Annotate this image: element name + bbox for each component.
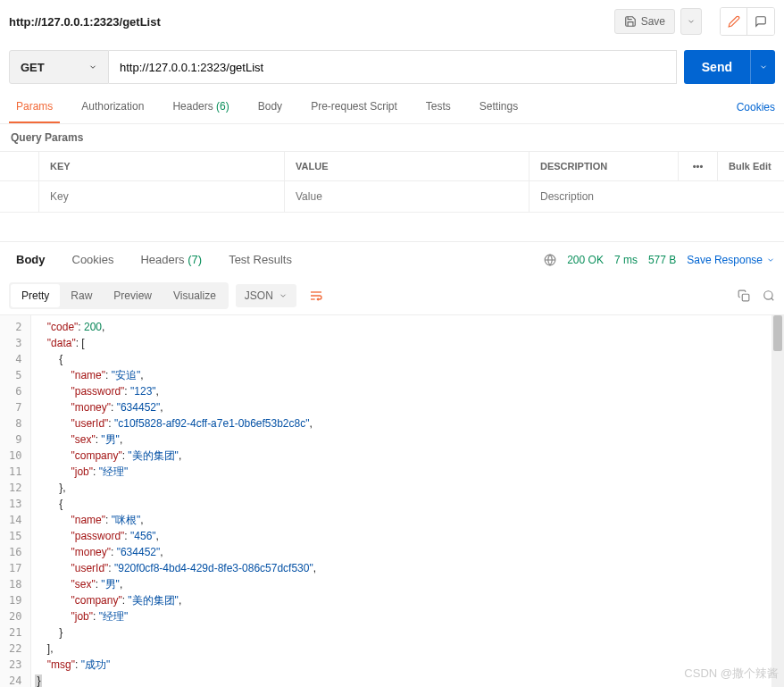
tab-headers-label: Headers bbox=[172, 100, 213, 113]
wrap-icon bbox=[309, 289, 323, 303]
pill-raw[interactable]: Raw bbox=[60, 284, 103, 307]
col-key: KEY bbox=[39, 152, 285, 180]
chevron-down-icon bbox=[88, 63, 97, 71]
edit-button[interactable] bbox=[721, 8, 747, 35]
tab-params[interactable]: Params bbox=[9, 91, 60, 123]
method-select[interactable]: GET bbox=[9, 50, 109, 84]
response-tab-test-results[interactable]: Test Results bbox=[221, 247, 299, 272]
wrap-toggle[interactable] bbox=[304, 283, 329, 308]
pill-visualize[interactable]: Visualize bbox=[163, 284, 227, 307]
response-size: 577 B bbox=[648, 254, 676, 266]
code-content[interactable]: "code": 200, "data": [ { "name": "安追", "… bbox=[31, 315, 784, 687]
headers-count: (6) bbox=[216, 100, 229, 113]
key-input[interactable] bbox=[50, 190, 273, 203]
row-check bbox=[0, 181, 39, 212]
status-code: 200 OK bbox=[567, 254, 604, 266]
send-button[interactable]: Send bbox=[684, 50, 750, 84]
svg-line-6 bbox=[771, 298, 774, 301]
value-input[interactable] bbox=[296, 190, 518, 203]
save-button[interactable]: Save bbox=[614, 9, 675, 34]
tab-headers[interactable]: Headers (6) bbox=[165, 91, 236, 123]
send-dropdown[interactable] bbox=[750, 50, 775, 84]
method-label: GET bbox=[21, 61, 88, 74]
svg-point-5 bbox=[764, 291, 772, 299]
view-mode-pills: Pretty Raw Preview Visualize bbox=[9, 282, 229, 309]
chevron-down-icon bbox=[279, 291, 288, 300]
comment-button[interactable] bbox=[747, 8, 774, 35]
response-time: 7 ms bbox=[614, 254, 638, 266]
chevron-down-icon bbox=[766, 256, 775, 264]
tab-tests[interactable]: Tests bbox=[419, 91, 458, 123]
tab-body[interactable]: Body bbox=[251, 91, 289, 123]
response-body[interactable]: 23456789101112131415161718192021222324 "… bbox=[0, 315, 784, 687]
bulk-edit-link[interactable]: Bulk Edit bbox=[718, 152, 784, 180]
col-check bbox=[0, 152, 39, 180]
table-options[interactable]: ••• bbox=[679, 152, 718, 180]
copy-button[interactable] bbox=[738, 289, 750, 302]
response-tab-cookies[interactable]: Cookies bbox=[65, 247, 121, 272]
url-input[interactable] bbox=[109, 50, 677, 84]
description-input[interactable] bbox=[540, 190, 668, 203]
params-table: KEY VALUE DESCRIPTION ••• Bulk Edit bbox=[0, 151, 784, 213]
col-description: DESCRIPTION bbox=[530, 152, 679, 180]
pencil-icon bbox=[728, 15, 740, 28]
request-tabs: Params Authorization Headers (6) Body Pr… bbox=[0, 91, 784, 124]
globe-icon[interactable] bbox=[544, 254, 556, 266]
chevron-down-icon bbox=[687, 17, 696, 26]
scrollbar[interactable] bbox=[771, 315, 784, 687]
col-value: VALUE bbox=[285, 152, 530, 180]
response-tab-body[interactable]: Body bbox=[9, 247, 53, 272]
chevron-down-icon bbox=[759, 63, 768, 71]
response-headers-label: Headers bbox=[140, 253, 184, 266]
format-select[interactable]: JSON bbox=[236, 284, 296, 307]
save-label: Save bbox=[641, 15, 665, 28]
tab-authorization[interactable]: Authorization bbox=[74, 91, 151, 123]
response-tab-headers[interactable]: Headers (7) bbox=[133, 247, 209, 272]
cookies-link[interactable]: Cookies bbox=[737, 92, 775, 122]
save-icon bbox=[624, 15, 637, 28]
scroll-thumb[interactable] bbox=[773, 315, 782, 351]
query-params-title: Query Params bbox=[0, 124, 784, 151]
search-button[interactable] bbox=[763, 289, 775, 302]
svg-rect-4 bbox=[742, 294, 749, 301]
tab-prerequest[interactable]: Pre-request Script bbox=[304, 91, 405, 123]
response-headers-count: (7) bbox=[188, 253, 202, 266]
save-dropdown[interactable] bbox=[680, 8, 702, 35]
tab-settings[interactable]: Settings bbox=[472, 91, 525, 123]
request-title: http://127.0.0.1:2323/getList bbox=[9, 15, 614, 29]
pill-preview[interactable]: Preview bbox=[103, 284, 163, 307]
pill-pretty[interactable]: Pretty bbox=[11, 284, 60, 307]
save-response-link[interactable]: Save Response bbox=[687, 254, 775, 266]
line-gutter: 23456789101112131415161718192021222324 bbox=[0, 315, 31, 687]
copy-icon bbox=[738, 289, 750, 302]
search-icon bbox=[763, 289, 775, 302]
save-response-label: Save Response bbox=[687, 254, 763, 266]
comment-icon bbox=[755, 15, 767, 28]
format-label: JSON bbox=[245, 289, 273, 302]
